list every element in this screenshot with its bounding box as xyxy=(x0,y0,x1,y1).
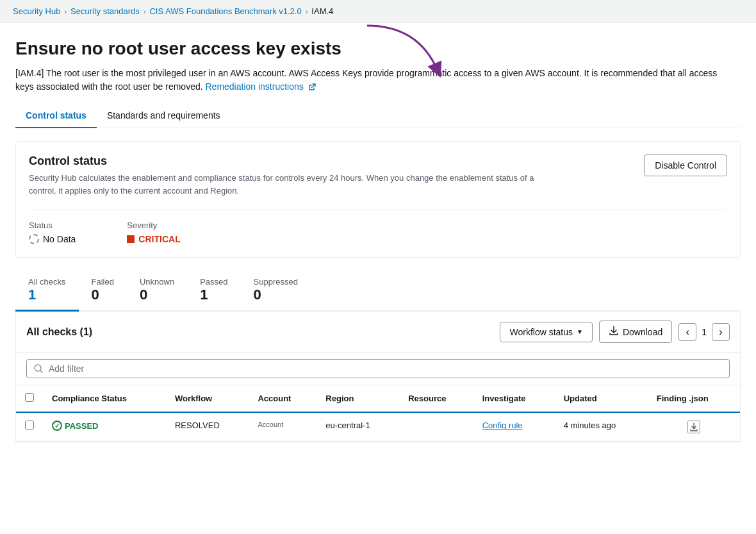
passed-circle-icon: ✓ xyxy=(52,421,62,431)
all-checks-panel: All checks (1) Workflow status ▼ xyxy=(15,312,741,442)
checks-table: Compliance Status Workflow Account Regio… xyxy=(16,385,740,442)
remediation-link[interactable]: Remediation instructions xyxy=(205,81,303,92)
passed-check-icon: ✓ xyxy=(54,422,60,430)
checks-toolbar: All checks (1) Workflow status ▼ xyxy=(16,312,740,353)
breadcrumb-sep-3: › xyxy=(306,8,308,15)
col-region: Region xyxy=(316,385,399,412)
severity-label: Severity xyxy=(127,221,180,230)
tab-control-status[interactable]: Control status xyxy=(15,104,97,128)
all-checks-title: All checks (1) xyxy=(26,326,92,338)
page-next-button[interactable]: › xyxy=(712,323,730,341)
col-finding-json: Finding .json xyxy=(648,385,740,412)
breadcrumb-current: IAM.4 xyxy=(311,6,333,16)
row-investigate: Config rule xyxy=(473,412,555,442)
status-label: Status xyxy=(29,221,76,230)
check-tab-suppressed[interactable]: Suppressed 0 xyxy=(241,271,311,312)
severity-value: CRITICAL xyxy=(127,234,180,244)
breadcrumb: Security Hub › Security standards › CIS … xyxy=(0,0,756,23)
breadcrumb-sep-2: › xyxy=(144,8,146,15)
external-link-icon xyxy=(308,83,316,91)
search-icon xyxy=(33,363,44,374)
row-checkbox-cell xyxy=(16,412,43,442)
row-region: eu-central-1 xyxy=(316,412,399,442)
col-investigate: Investigate xyxy=(473,385,555,412)
status-row: Status No Data Severity CRITICAL xyxy=(29,210,727,244)
filter-input[interactable] xyxy=(49,363,723,374)
check-tab-passed[interactable]: Passed 1 xyxy=(187,271,240,312)
pagination: ‹ 1 › xyxy=(678,323,730,341)
status-item: Status No Data xyxy=(29,221,76,244)
config-rule-link[interactable]: Config rule xyxy=(482,421,523,430)
col-workflow: Workflow xyxy=(166,385,249,412)
filter-input-wrap xyxy=(26,359,730,378)
check-tab-failed[interactable]: Failed 0 xyxy=(79,271,127,312)
row-workflow: RESOLVED xyxy=(166,412,249,442)
workflow-status-button[interactable]: Workflow status ▼ xyxy=(500,322,592,342)
row-account: Account xyxy=(249,412,316,442)
breadcrumb-benchmark[interactable]: CIS AWS Foundations Benchmark v1.2.0 xyxy=(149,6,301,16)
row-finding-json xyxy=(648,412,740,442)
table-header-row: Compliance Status Workflow Account Regio… xyxy=(16,385,740,412)
checks-section: All checks 1 Failed 0 Unknown 0 Passed 1… xyxy=(15,271,741,442)
status-value: No Data xyxy=(29,234,76,244)
download-button[interactable]: Download xyxy=(599,321,672,343)
col-account: Account xyxy=(249,385,316,412)
row-updated: 4 minutes ago xyxy=(555,412,648,442)
row-compliance-status: ✓ PASSED xyxy=(43,412,166,442)
table-header-checkbox xyxy=(16,385,43,412)
tab-standards-requirements[interactable]: Standards and requirements xyxy=(97,104,231,128)
col-compliance-status: Compliance Status xyxy=(43,385,166,412)
page-title: Ensure no root user access key exists xyxy=(15,38,741,59)
control-status-section: Control status Security Hub calculates t… xyxy=(15,141,741,258)
critical-square-icon xyxy=(127,235,135,243)
toolbar-right: Workflow status ▼ Download ‹ 1 xyxy=(500,321,730,343)
page-description: [IAM.4] The root user is the most privil… xyxy=(15,67,720,94)
row-resource xyxy=(399,412,473,442)
breadcrumb-security-hub[interactable]: Security Hub xyxy=(13,6,60,16)
page-number: 1 xyxy=(702,327,707,337)
breadcrumb-security-standards[interactable]: Security standards xyxy=(70,6,140,16)
checks-tabs: All checks 1 Failed 0 Unknown 0 Passed 1… xyxy=(15,271,741,312)
control-status-title: Control status xyxy=(29,154,541,168)
main-tabs: Control status Standards and requirement… xyxy=(15,104,741,128)
download-icon xyxy=(609,326,619,338)
select-all-checkbox[interactable] xyxy=(25,393,34,402)
disable-control-button[interactable]: Disable Control xyxy=(644,154,727,176)
no-data-icon xyxy=(29,234,39,244)
col-resource: Resource xyxy=(399,385,473,412)
finding-json-download-icon[interactable] xyxy=(687,421,700,433)
check-tab-all[interactable]: All checks 1 xyxy=(15,271,79,312)
table-wrap: Compliance Status Workflow Account Regio… xyxy=(16,385,740,442)
table-row: ✓ PASSED RESOLVED Account eu-central-1 xyxy=(16,412,740,442)
chevron-down-icon: ▼ xyxy=(577,328,583,335)
severity-item: Severity CRITICAL xyxy=(127,221,180,244)
filter-bar xyxy=(16,353,740,385)
row-checkbox[interactable] xyxy=(25,421,34,430)
check-tab-unknown[interactable]: Unknown 0 xyxy=(127,271,187,312)
col-updated: Updated xyxy=(555,385,648,412)
page-prev-button[interactable]: ‹ xyxy=(678,323,696,341)
control-status-desc: Security Hub calculates the enablement a… xyxy=(29,172,541,197)
breadcrumb-sep-1: › xyxy=(64,8,67,15)
